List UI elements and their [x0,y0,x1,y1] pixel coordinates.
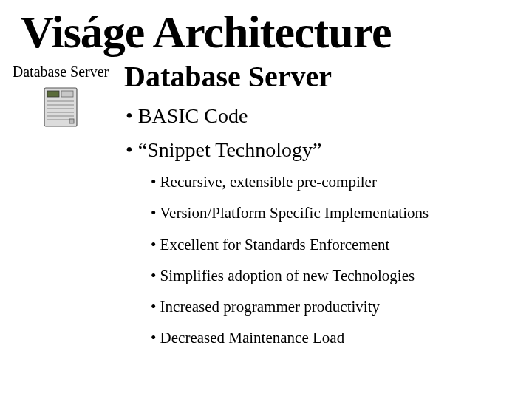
list-item: Decreased Maintenance Load [151,328,525,347]
svg-rect-1 [47,91,59,97]
svg-rect-2 [61,91,73,97]
svg-rect-9 [69,119,74,123]
bullet-text: Version/Platform Specific Implementation… [160,204,429,222]
list-item: BASIC Code [126,104,525,128]
left-column: Database Server [3,64,118,132]
bullet-text: Excellent for Standards Enforcement [160,236,390,253]
bullet-text: Recursive, extensible pre-compiler [160,173,377,191]
bullet-text: BASIC Code [138,104,248,127]
subheading: Database Server [124,59,525,94]
list-item: Recursive, extensible pre-compiler [151,172,525,191]
server-label: Database Server [3,64,118,81]
bullet-text: Increased programmer productivity [160,298,380,316]
bullet-list: BASIC Code “Snippet Technology” Recursiv… [124,104,525,348]
bullet-text: “Snippet Technology” [138,138,322,161]
content-area: Database Server BASIC Code “Snippet Tech… [124,59,525,360]
server-tower-icon [43,85,78,132]
slide-title: Viságe Architecture [0,0,532,58]
list-item: Increased programmer productivity [151,297,525,316]
bullet-text: Simplifies adoption of new Technologies [160,267,415,284]
list-item: Version/Platform Specific Implementation… [151,203,525,222]
list-item: Excellent for Standards Enforcement [151,235,525,254]
list-item: “Snippet Technology” Recursive, extensib… [126,138,525,348]
list-item: Simplifies adoption of new Technologies [151,266,525,285]
sub-bullet-list: Recursive, extensible pre-compiler Versi… [151,172,525,348]
bullet-text: Decreased Maintenance Load [160,329,345,347]
